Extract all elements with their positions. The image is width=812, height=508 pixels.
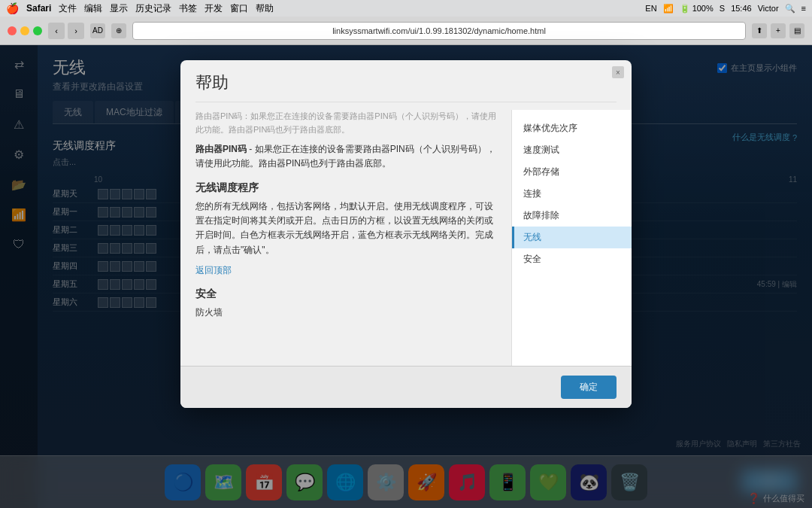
menu-history[interactable]: 历史记录: [135, 2, 171, 15]
sidebar-toggle-button[interactable]: ▤: [789, 23, 804, 38]
menu-bar: 🍎 Safari 文件 编辑 显示 历史记录 书签 开发 窗口 帮助 EN 📶 …: [0, 0, 812, 17]
modal-overlay: × 帮助 路由器PIN码：如果您正在连接的设备需要路由器PIN码（个人识别号码）…: [0, 45, 812, 508]
dialog-header: × 帮助: [180, 60, 632, 102]
traffic-lights: [8, 26, 42, 35]
toc-item-storage[interactable]: 外部存储: [512, 161, 632, 183]
toc-item-wireless[interactable]: 无线: [512, 227, 632, 248]
content-section-heading: 无线调度程序: [195, 179, 496, 196]
maximize-window-button[interactable]: [33, 26, 42, 35]
dialog-content-area: 路由器PIN码：如果您正在连接的设备需要路由器PIN码（个人识别号码），请使用此…: [180, 110, 511, 366]
language-indicator: EN: [645, 4, 656, 13]
clock: 15:46: [731, 4, 752, 13]
url-text: linksyssmartwifi.com/ui/1.0.99.181302/dy…: [332, 26, 546, 35]
dialog-title: 帮助: [195, 71, 617, 102]
router-page: ⇄ 🖥 ⚠ ⚙ 📂 📶 🛡 无线 在主页显示小组件 查看并更改路由器设置 无线 …: [0, 45, 812, 508]
browser-right-actions: ⬆ + ▤: [752, 23, 804, 38]
menu-edit[interactable]: 编辑: [84, 2, 102, 15]
search-icon[interactable]: 🔍: [785, 4, 795, 14]
forward-button[interactable]: ›: [68, 23, 84, 39]
add-tab-button[interactable]: +: [771, 23, 786, 38]
dialog-close-button[interactable]: ×: [612, 66, 624, 78]
list-icon[interactable]: ≡: [801, 4, 806, 13]
menu-view[interactable]: 显示: [110, 2, 128, 15]
address-bar[interactable]: linksyssmartwifi.com/ui/1.0.99.181302/dy…: [132, 22, 746, 40]
username: Victor: [758, 4, 779, 13]
content-pin-text: 路由器PIN码 - 如果您正在连接的设备需要路由器PIN码（个人识别号码），请使…: [195, 142, 496, 171]
menu-file[interactable]: 文件: [59, 2, 77, 15]
back-to-top-link[interactable]: 返回顶部: [195, 265, 232, 275]
extension-icon[interactable]: ⊕: [111, 23, 126, 38]
apple-logo-icon[interactable]: 🍎: [6, 2, 19, 14]
close-window-button[interactable]: [8, 26, 17, 35]
menu-develop[interactable]: 开发: [205, 2, 223, 15]
dialog-footer: 确定: [180, 366, 632, 408]
menu-bookmarks[interactable]: 书签: [179, 2, 197, 15]
pin-bold-label: 路由器PIN码: [195, 144, 247, 154]
share-button[interactable]: ⬆: [752, 23, 767, 38]
menu-help[interactable]: 帮助: [256, 2, 274, 15]
help-dialog: × 帮助 路由器PIN码：如果您正在连接的设备需要路由器PIN码（个人识别号码）…: [180, 60, 632, 408]
content-firewall-text: 防火墙: [195, 306, 496, 320]
browser-chrome: ‹ › AD ⊕ linksyssmartwifi.com/ui/1.0.99.…: [0, 17, 812, 45]
menu-bar-right: EN 📶 🔋 100% S 15:46 Victor 🔍 ≡: [645, 4, 806, 14]
toc-item-connect[interactable]: 连接: [512, 183, 632, 205]
back-button[interactable]: ‹: [48, 23, 65, 39]
toc-item-troubleshoot[interactable]: 故障排除: [512, 205, 632, 227]
toc-item-media[interactable]: 媒体优先次序: [512, 117, 632, 139]
content-meta: 路由器PIN码：如果您正在连接的设备需要路由器PIN码（个人识别号码），请使用此…: [195, 110, 496, 136]
menu-safari[interactable]: Safari: [26, 3, 51, 14]
menu-window[interactable]: 窗口: [230, 2, 248, 15]
confirm-button[interactable]: 确定: [561, 376, 617, 399]
dialog-toc: 媒体优先次序 速度测试 外部存储 连接 故障排除 无线 安全: [511, 110, 632, 366]
toc-item-speed[interactable]: 速度测试: [512, 139, 632, 161]
menu-bar-left: 🍎 Safari 文件 编辑 显示 历史记录 书签 开发 窗口 帮助: [6, 2, 274, 15]
content-scheduler-text: 您的所有无线网络，包括访客网络，均默认开启。使用无线调度程序，可设置在指定时间将…: [195, 199, 496, 257]
notification-icon: S: [720, 4, 725, 13]
minimize-window-button[interactable]: [20, 26, 29, 35]
adblock-icon[interactable]: AD: [90, 23, 105, 38]
content-security-heading: 安全: [195, 285, 496, 302]
wifi-icon: 📶: [663, 4, 674, 14]
battery-indicator: 🔋 100%: [680, 4, 714, 14]
nav-buttons: ‹ ›: [48, 23, 84, 39]
dialog-body: 路由器PIN码：如果您正在连接的设备需要路由器PIN码（个人识别号码），请使用此…: [180, 110, 632, 366]
toc-item-security[interactable]: 安全: [512, 248, 632, 270]
